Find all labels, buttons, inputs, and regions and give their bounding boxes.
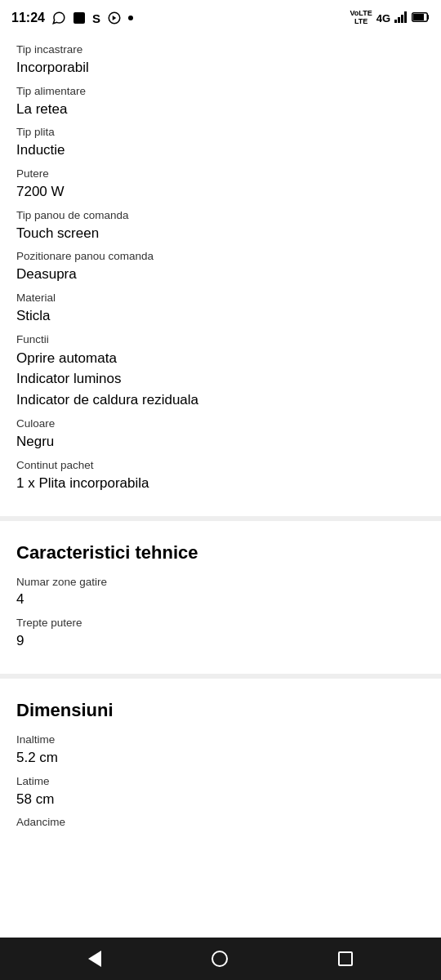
back-button[interactable] [88, 951, 101, 967]
spec-tip-alimentare: Tip alimentare La retea [16, 84, 425, 119]
spec-tip-panou: Tip panou de comanda Touch screen [16, 208, 425, 243]
svg-rect-2 [394, 20, 397, 23]
putere-value: 7200 W [16, 182, 425, 202]
inaltime-value: 5.2 cm [16, 748, 425, 768]
notification-dot [128, 16, 133, 20]
spec-section: Tip incastrare Incorporabil Tip alimenta… [0, 36, 441, 510]
volte-icon: VoLTELTE [350, 10, 372, 26]
svg-rect-4 [401, 15, 403, 23]
spec-trepte-putere: Trepte putere 9 [16, 616, 425, 651]
functie-3: Indicator de caldura reziduala [16, 392, 198, 408]
svg-rect-0 [74, 12, 85, 24]
tip-panou-label: Tip panou de comanda [16, 208, 425, 224]
spec-latime: Latime 58 cm [16, 774, 425, 809]
adancime-label: Adancime [16, 815, 425, 831]
functii-label: Functii [16, 332, 425, 348]
dimensiuni-title: Dimensiuni [16, 700, 425, 721]
home-button[interactable] [212, 951, 228, 967]
section-divider-1 [0, 516, 441, 521]
bottom-nav [0, 938, 441, 980]
spec-functii: Functii Oprire automata Indicator lumino… [16, 332, 425, 410]
section-divider-2 [0, 674, 441, 679]
spec-inaltime: Inaltime 5.2 cm [16, 733, 425, 768]
latime-label: Latime [16, 774, 425, 790]
spec-tip-incastrare: Tip incastrare Incorporabil [16, 42, 425, 78]
caracteristici-tehnice-section: Numar zone gatire 4 Trepte putere 9 [0, 573, 441, 667]
dolby-icon [107, 11, 122, 25]
spec-culoare: Culoare Negru [16, 416, 425, 452]
tip-incastrare-label: Tip incastrare [16, 42, 425, 58]
tip-plita-value: Inductie [16, 140, 425, 160]
caracteristici-tehnice-heading: Caracteristici tehnice [0, 528, 441, 573]
tip-alimentare-value: La retea [16, 100, 425, 119]
continut-pachet-value: 1 x Plita incorporabila [16, 474, 425, 493]
svg-rect-5 [404, 11, 407, 23]
back-icon [88, 951, 101, 967]
status-bar: 11:24 S VoLTELTE 4G [0, 0, 441, 36]
culoare-value: Negru [16, 432, 425, 452]
tip-plita-label: Tip plita [16, 125, 425, 140]
material-label: Material [16, 291, 425, 306]
time-display: 11:24 [11, 11, 45, 25]
status-right: VoLTELTE 4G [350, 10, 430, 26]
dimensiuni-heading: Dimensiuni [0, 685, 441, 731]
dimensiuni-section: Inaltime 5.2 cm Latime 58 cm Adancime [0, 731, 441, 847]
tip-alimentare-label: Tip alimentare [16, 84, 425, 100]
numar-zone-label: Numar zone gatire [16, 575, 425, 590]
spec-numar-zone: Numar zone gatire 4 [16, 575, 425, 610]
spec-tip-plita: Tip plita Inductie [16, 125, 425, 160]
4g-icon: 4G [376, 12, 390, 24]
functie-2: Indicator luminos [16, 371, 122, 386]
main-content: Tip incastrare Incorporabil Tip alimenta… [0, 36, 441, 938]
svg-rect-7 [413, 14, 424, 20]
recents-icon [338, 951, 353, 966]
functie-1: Oprire automata [16, 350, 117, 366]
material-value: Sticla [16, 306, 425, 326]
numar-zone-value: 4 [16, 590, 425, 609]
signal-icon [394, 11, 408, 24]
trepte-putere-label: Trepte putere [16, 616, 425, 631]
inaltime-label: Inaltime [16, 733, 425, 748]
pozitionare-value: Deasupra [16, 265, 425, 284]
culoare-label: Culoare [16, 416, 425, 432]
functii-value: Oprire automata Indicator luminos Indica… [16, 348, 425, 411]
pozitionare-label: Pozitionare panou comanda [16, 249, 425, 265]
spec-continut-pachet: Continut pachet 1 x Plita incorporabila [16, 458, 425, 493]
tip-incastrare-value: Incorporabil [16, 58, 425, 78]
caracteristici-tehnice-title: Caracteristici tehnice [16, 542, 425, 564]
spec-pozitionare: Pozitionare panou comanda Deasupra [16, 249, 425, 284]
square-icon [73, 11, 86, 24]
spec-adancime: Adancime [16, 815, 425, 831]
home-icon [212, 951, 228, 967]
status-left: 11:24 S [11, 11, 133, 25]
latime-value: 58 cm [16, 790, 425, 809]
tip-panou-value: Touch screen [16, 224, 425, 243]
recents-button[interactable] [338, 951, 353, 966]
whatsapp-icon [51, 11, 66, 25]
trepte-putere-value: 9 [16, 631, 425, 651]
putere-label: Putere [16, 167, 425, 182]
spec-material: Material Sticla [16, 291, 425, 326]
svg-rect-3 [398, 17, 400, 23]
continut-pachet-label: Continut pachet [16, 458, 425, 474]
shazam-icon: S [92, 11, 100, 25]
battery-icon [412, 12, 430, 24]
spec-putere: Putere 7200 W [16, 167, 425, 202]
